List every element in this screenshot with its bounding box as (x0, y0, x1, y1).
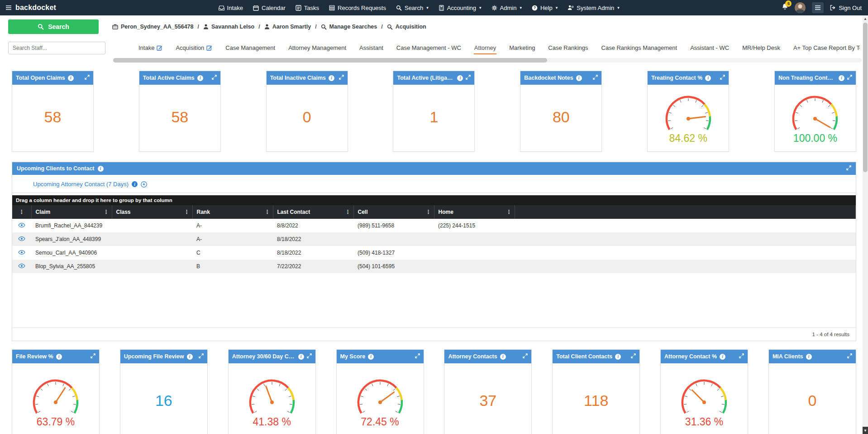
column-menu-icon[interactable]: ⋮ (104, 209, 109, 215)
sign-out-button[interactable]: Sign Out (830, 5, 862, 11)
nav-item-tasks[interactable]: Tasks (296, 5, 319, 11)
column-menu-icon[interactable]: ⋮ (426, 209, 431, 215)
table-row[interactable]: Semou_Carl_AA_940906C8/18/2022(509) 418-… (12, 246, 856, 260)
expand-icon[interactable] (307, 353, 312, 360)
column-menu-icon[interactable]: ⋮ (265, 209, 270, 215)
tab-assistant[interactable]: Assistant (359, 42, 384, 54)
nav-item-intake[interactable]: Intake (219, 5, 243, 11)
tab-case-rankings-management[interactable]: Case Rankings Management (601, 42, 678, 54)
tab-case-management-wc[interactable]: Case Management - WC (396, 42, 462, 54)
expand-icon[interactable] (85, 75, 90, 81)
info-icon[interactable]: i (56, 354, 62, 360)
nav-item-accounting[interactable]: Accounting▾ (439, 5, 482, 11)
info-icon[interactable]: i (705, 75, 711, 81)
tab-upcoming-attorney-contact[interactable]: Upcoming Attorney Contact (7 Days) i (33, 181, 147, 188)
search-button[interactable]: Search (8, 19, 99, 34)
expand-icon[interactable] (339, 75, 344, 81)
expand-icon[interactable] (466, 75, 471, 81)
horizontal-scrollbar-thumb[interactable] (113, 58, 547, 63)
tab-case-management[interactable]: Case Management (225, 42, 276, 54)
column-header-class[interactable]: Class⋮ (112, 205, 192, 219)
info-icon[interactable]: i (68, 75, 74, 81)
info-icon[interactable]: i (132, 181, 138, 187)
breadcrumb-item-aaron-smartly[interactable]: Aaron Smartly (264, 24, 311, 30)
breadcrumb-item-acquisition[interactable]: Acquisition (387, 24, 426, 30)
nav-item-records-requests[interactable]: Records Requests (329, 5, 386, 11)
expand-icon[interactable] (91, 353, 95, 360)
column-header-last-contact[interactable]: Last Contact⋮ (273, 205, 353, 219)
nav-item-calendar[interactable]: Calendar (253, 5, 286, 11)
expand-icon[interactable] (720, 75, 725, 81)
sidebar-menu-icon[interactable] (812, 2, 824, 13)
info-icon[interactable]: i (457, 75, 463, 81)
breadcrumb-item-savannah-lelso[interactable]: Savannah Lelso (203, 24, 254, 30)
info-icon[interactable]: i (720, 354, 725, 360)
view-row-eye-icon[interactable] (18, 236, 25, 241)
breadcrumb-item-manage-searches[interactable]: Manage Searches (321, 24, 377, 30)
edit-icon[interactable] (157, 45, 162, 51)
column-menu-icon[interactable]: ⋮ (19, 209, 24, 215)
vertical-scrollbar-thumb[interactable] (863, 23, 868, 172)
tab-attorney-management[interactable]: Attorney Management (288, 42, 347, 54)
vertical-scrollbar[interactable]: ▲ ▼ (863, 15, 868, 434)
info-icon[interactable]: i (839, 75, 844, 81)
tab-mr-help-desk[interactable]: MR/Help Desk (742, 42, 781, 54)
breadcrumb-item-peron-sydney-aa-556478[interactable]: Peron_Sydney_AA_556478 (112, 24, 194, 30)
view-row-eye-icon[interactable] (18, 223, 25, 227)
download-icon[interactable] (141, 181, 147, 188)
table-row[interactable]: Blop_Sylvia_AA_255805B7/22/2022(504) 101… (12, 260, 856, 273)
nav-item-search[interactable]: Search▾ (396, 5, 429, 11)
notifications-bell-icon[interactable]: 5 (782, 3, 788, 12)
tab-acquisition[interactable]: Acquisition (175, 42, 213, 54)
info-icon[interactable]: i (187, 354, 193, 360)
nav-item-admin[interactable]: Admin▾ (491, 5, 522, 11)
scroll-up-arrow[interactable]: ▲ (863, 15, 868, 22)
column-menu[interactable]: ⋮ (12, 205, 31, 219)
app-menu-icon[interactable] (5, 5, 12, 10)
column-menu-icon[interactable]: ⋮ (184, 209, 190, 215)
scroll-down-arrow[interactable]: ▼ (863, 427, 868, 434)
nav-item-help[interactable]: ?Help▾ (532, 5, 558, 11)
tab-assistant-wc[interactable]: Assistant - WC (690, 42, 730, 54)
info-icon[interactable]: i (500, 354, 506, 360)
info-icon[interactable]: i (197, 75, 203, 81)
info-icon[interactable]: i (368, 354, 374, 360)
expand-icon[interactable] (593, 75, 598, 81)
expand-icon[interactable] (415, 353, 420, 360)
info-icon[interactable]: i (576, 75, 582, 81)
column-header-cell[interactable]: Cell⋮ (353, 205, 434, 219)
edit-icon[interactable] (206, 45, 212, 51)
expand-icon[interactable] (847, 353, 852, 360)
search-staff-input[interactable] (8, 42, 105, 54)
info-icon[interactable]: i (329, 75, 334, 81)
expand-icon[interactable] (523, 353, 528, 360)
tab-attorney[interactable]: Attorney (474, 42, 496, 54)
table-row[interactable]: Brumfi_Rachel_AA_844239A-8/8/2022(989) 5… (12, 219, 856, 232)
info-icon[interactable]: i (98, 166, 104, 172)
expand-icon[interactable] (739, 353, 744, 360)
expand-icon[interactable] (631, 353, 636, 360)
tab-case-rankings[interactable]: Case Rankings (548, 42, 588, 54)
column-header-rank[interactable]: Rank⋮ (192, 205, 273, 219)
user-avatar[interactable] (795, 2, 806, 13)
column-header-home[interactable]: Home⋮ (434, 205, 515, 219)
tab-intake[interactable]: Intake (138, 42, 163, 54)
brand-logo[interactable]: backdocket (15, 4, 56, 12)
expand-icon[interactable] (212, 75, 217, 81)
column-header-claim[interactable]: Claim⋮ (31, 205, 112, 219)
tab-a-top-case-report-by-team[interactable]: A+ Top Case Report By Team (793, 42, 860, 54)
expand-icon[interactable] (199, 353, 204, 360)
info-icon[interactable]: i (298, 354, 304, 360)
column-menu-icon[interactable]: ⋮ (345, 209, 351, 215)
expand-icon[interactable] (847, 75, 852, 81)
expand-icon[interactable] (846, 165, 851, 172)
tabs-horizontal-scrollbar[interactable] (113, 58, 862, 63)
info-icon[interactable]: i (615, 354, 621, 360)
tab-marketing[interactable]: Marketing (509, 42, 535, 54)
info-icon[interactable]: i (806, 354, 812, 360)
nav-item-system-admin[interactable]: System Admin▾ (568, 5, 620, 11)
group-by-drop-zone[interactable]: Drag a column header and drop it here to… (12, 195, 856, 205)
view-row-eye-icon[interactable] (18, 250, 25, 255)
view-row-eye-icon[interactable] (18, 264, 25, 268)
table-row[interactable]: Spears_J'alon_AA_448399A-8/18/2022 (12, 232, 856, 246)
